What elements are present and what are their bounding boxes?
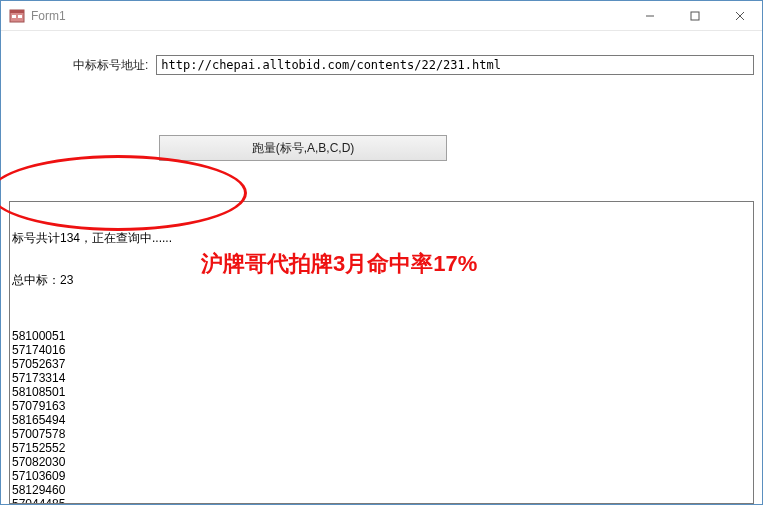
list-item[interactable]: 58108501: [12, 385, 751, 399]
list-item[interactable]: 58100051: [12, 329, 751, 343]
svg-rect-3: [18, 15, 22, 18]
list-header-total: 总中标：23: [12, 273, 751, 287]
svg-rect-1: [10, 10, 24, 13]
list-item[interactable]: 57082030: [12, 455, 751, 469]
list-item[interactable]: 57103609: [12, 469, 751, 483]
url-input[interactable]: [156, 55, 754, 75]
list-item[interactable]: 58165494: [12, 413, 751, 427]
close-button[interactable]: [717, 1, 762, 30]
list-item[interactable]: 57173314: [12, 371, 751, 385]
list-item[interactable]: 57079163: [12, 399, 751, 413]
window-title: Form1: [31, 9, 66, 23]
maximize-button[interactable]: [672, 1, 717, 30]
list-item[interactable]: 57174016: [12, 343, 751, 357]
list-item[interactable]: 58129460: [12, 483, 751, 497]
list-item[interactable]: 57044485: [12, 497, 751, 504]
list-item[interactable]: 57007578: [12, 427, 751, 441]
app-icon: [9, 8, 25, 24]
list-header-count: 标号共计134，正在查询中......: [12, 231, 751, 245]
results-listbox[interactable]: 标号共计134，正在查询中...... 总中标：23 5810005157174…: [9, 201, 754, 504]
svg-rect-5: [691, 12, 699, 20]
list-item[interactable]: 57052637: [12, 357, 751, 371]
list-item[interactable]: 57152552: [12, 441, 751, 455]
minimize-button[interactable]: [627, 1, 672, 30]
run-button[interactable]: 跑量(标号,A,B,C,D): [159, 135, 447, 161]
url-row: 中标标号地址:: [73, 55, 754, 75]
svg-rect-2: [12, 15, 16, 18]
app-window: Form1 中标标号地址: 跑量(标号,A,B,C,D) 标号共计134，正在查…: [0, 0, 763, 505]
url-label: 中标标号地址:: [73, 57, 148, 74]
client-area: 中标标号地址: 跑量(标号,A,B,C,D) 标号共计134，正在查询中....…: [1, 31, 762, 504]
window-controls: [627, 1, 762, 30]
titlebar: Form1: [1, 1, 762, 31]
